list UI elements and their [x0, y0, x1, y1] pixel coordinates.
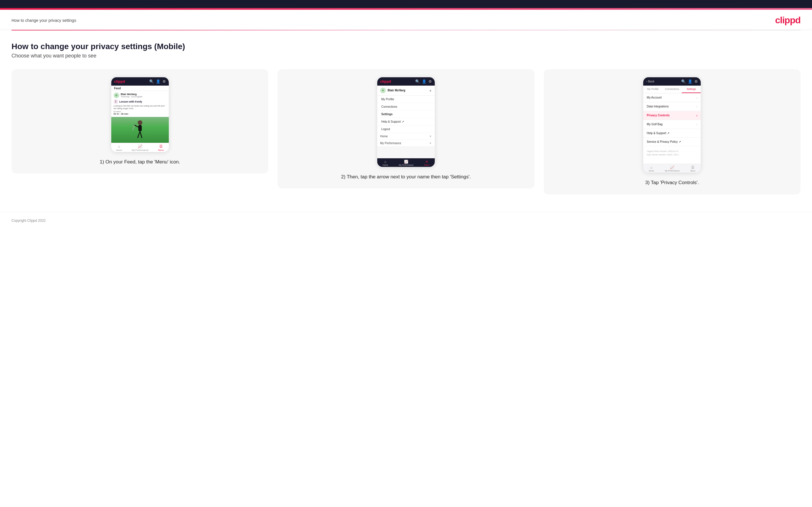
setting-my-golf-bag[interactable]: My Golf Bag ›: [643, 120, 701, 129]
feed-lesson-title: Lesson with Fordy: [119, 100, 142, 103]
menu-icon-3: ☰: [691, 165, 695, 169]
phone-mock-3: ‹ Back 🔍 👤 ⚙ My Profile Connections Sett…: [643, 77, 701, 173]
feed-username: Blair McHarg: [121, 93, 143, 96]
setting-service-privacy[interactable]: Service & Privacy Policy ↗: [643, 137, 701, 146]
menu-item-logout[interactable]: Logout: [377, 125, 435, 133]
svg-rect-1: [138, 125, 142, 131]
setting-privacy-controls-label: Privacy Controls: [647, 114, 669, 117]
svg-line-3: [140, 131, 142, 137]
performance-icon-3: 📈: [670, 165, 674, 169]
section-home-label: Home: [380, 135, 388, 138]
tab3-bottom-home-label: Home: [649, 170, 654, 172]
steps-row: clippd 🔍 👤 ⚙ Feed B Blair McHarg: [11, 69, 801, 194]
performance-icon-2: 📈: [404, 160, 408, 164]
menu-item-settings[interactable]: Settings: [377, 111, 435, 118]
setting-data-integrations-label: Data Integrations: [647, 105, 668, 108]
settings-icon[interactable]: ⚙: [162, 79, 166, 83]
tab3-bottom-home[interactable]: ⌂ Home: [649, 165, 654, 172]
footer-copyright: Copyright Clippd 2022: [11, 219, 46, 223]
tab3-bottom-performance[interactable]: 📈 My Performance: [665, 165, 679, 172]
version-client: Clippd Client Version: 2022.8.3-3: [647, 150, 697, 153]
section-performance-label: My Performance: [380, 142, 401, 145]
phone3-settings-list: My Account › Data Integrations › Privacy…: [643, 93, 701, 146]
phone1-tab-bar: ⌂ Home 📈 My Performance ☰ Menu: [111, 143, 169, 152]
tab3-bottom-performance-label: My Performance: [665, 170, 679, 172]
page-heading: How to change your privacy settings (Mob…: [11, 42, 801, 51]
phone3-spacer: [643, 158, 701, 164]
tab3-myprofile[interactable]: My Profile: [643, 86, 662, 93]
feed-label: Feed: [111, 86, 169, 91]
phone2-icons: 🔍 👤 ⚙: [415, 79, 432, 83]
feed-duration-label: Duration: [113, 111, 166, 113]
setting-help-support[interactable]: Help & Support ↗: [643, 129, 701, 137]
tab3-bottom-menu[interactable]: ☰ Menu: [691, 165, 696, 172]
tab-home[interactable]: ⌂ Home: [116, 144, 122, 151]
footer: Copyright Clippd 2022: [0, 212, 812, 229]
home-icon-3: ⌂: [650, 165, 652, 169]
svg-line-5: [133, 125, 134, 130]
setting-my-account[interactable]: My Account ›: [643, 93, 701, 102]
back-button[interactable]: ‹ Back: [646, 80, 654, 83]
step2-caption: 2) Then, tap the arrow next to your name…: [341, 173, 471, 181]
phone2-username: Blair McHarg: [388, 89, 405, 92]
tab3-connections[interactable]: Connections: [662, 86, 682, 93]
tab-performance-label: My Performance: [132, 149, 149, 151]
page-subheading: Choose what you want people to see: [11, 53, 801, 59]
search-icon-3[interactable]: 🔍: [681, 79, 686, 83]
menu-section-home[interactable]: Home ▼: [377, 133, 435, 140]
settings-icon-2[interactable]: ⚙: [428, 79, 432, 83]
setting-my-account-label: My Account: [647, 96, 662, 99]
phone2-menu-user: B Blair McHarg: [380, 88, 405, 93]
svg-point-0: [138, 120, 142, 125]
feed-avatar: B: [113, 93, 119, 98]
phone-mock-1: clippd 🔍 👤 ⚙ Feed B Blair McHarg: [111, 77, 169, 152]
tab2-performance-label: My Performance: [399, 164, 413, 166]
feed-content: B Blair McHarg Yesterday · Sunningdale 🏌…: [111, 91, 169, 117]
logo: clippd: [775, 15, 801, 25]
phone2-menu-header: B Blair McHarg ▲: [377, 86, 435, 96]
menu-item-myprofile[interactable]: My Profile: [377, 96, 435, 103]
performance-icon: 📈: [138, 144, 142, 149]
search-icon-2[interactable]: 🔍: [415, 79, 420, 83]
chevron-up-icon: ▲: [429, 89, 432, 92]
header: How to change your privacy settings clip…: [0, 10, 812, 30]
menu-icon: ☰: [159, 144, 163, 149]
chevron-performance-icon: ▼: [429, 142, 432, 145]
tab-my-performance[interactable]: 📈 My Performance: [132, 144, 149, 151]
tab2-close-label: Menu: [424, 164, 429, 166]
settings-icon-3[interactable]: ⚙: [695, 79, 698, 83]
tab2-home[interactable]: ⌂ Home: [383, 160, 388, 166]
menu-item-help[interactable]: Help & Support ↗: [377, 118, 435, 125]
tab-menu[interactable]: ☰ Menu: [158, 144, 164, 151]
person-icon-2[interactable]: 👤: [422, 79, 426, 83]
menu-section-performance[interactable]: My Performance ▼: [377, 140, 435, 147]
step-card-1: clippd 🔍 👤 ⚙ Feed B Blair McHarg: [11, 69, 268, 174]
tab3-settings[interactable]: Settings: [682, 86, 701, 93]
setting-privacy-controls[interactable]: Privacy Controls ›: [643, 111, 701, 120]
setting-data-integrations[interactable]: Data Integrations ›: [643, 102, 701, 111]
phone3-version-info: Clippd Client Version: 2022.8.3-3 GQL Se…: [643, 146, 701, 158]
menu-item-connections[interactable]: Connections: [377, 103, 435, 111]
phone2-user-avatar: B: [380, 88, 386, 93]
setting-service-privacy-label: Service & Privacy Policy ↗: [647, 140, 681, 143]
feed-golf-image: [111, 117, 169, 143]
person-icon-3[interactable]: 👤: [688, 79, 693, 83]
phone1-nav: clippd 🔍 👤 ⚙: [111, 77, 169, 86]
tab2-performance[interactable]: 📈 My Performance: [399, 160, 413, 166]
feed-location: Yesterday · Sunningdale: [121, 96, 143, 98]
person-icon[interactable]: 👤: [156, 79, 160, 83]
feed-user-info: Blair McHarg Yesterday · Sunningdale: [121, 93, 143, 98]
phone3-tab-bar: ⌂ Home 📈 My Performance ☰ Menu: [643, 164, 701, 173]
phone2-logo: clippd: [380, 79, 391, 83]
phone2-tab-bar: ⌂ Home 📈 My Performance ✕ Menu: [377, 158, 435, 167]
version-gql: GQL Server Version: 2022.7.30-1: [647, 153, 697, 157]
lesson-icon: 🏌: [113, 99, 118, 104]
tab2-close[interactable]: ✕ Menu: [424, 160, 429, 166]
feed-post-header: B Blair McHarg Yesterday · Sunningdale: [113, 93, 166, 98]
header-title: How to change your privacy settings: [11, 18, 76, 23]
search-icon[interactable]: 🔍: [149, 79, 154, 83]
phone3-tabs: My Profile Connections Settings: [643, 86, 701, 93]
svg-line-2: [138, 131, 140, 137]
tab3-bottom-menu-label: Menu: [691, 170, 696, 172]
tab-menu-label: Menu: [158, 149, 164, 151]
